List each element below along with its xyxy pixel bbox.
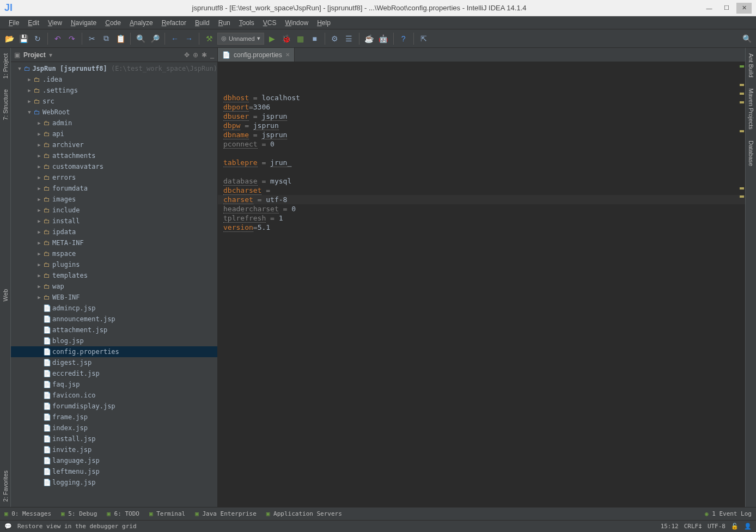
android-icon[interactable]: 🤖 bbox=[377, 33, 389, 45]
tree-file-favicon-ico[interactable]: 📄favicon.ico bbox=[11, 390, 217, 401]
bottom-tab-5-debug[interactable]: ▣ 5: Debug bbox=[61, 510, 97, 517]
menu-help[interactable]: Help bbox=[313, 18, 335, 28]
editor-tab-config[interactable]: 📄 config.properties ✕ bbox=[218, 48, 295, 62]
tree-file-blog-jsp[interactable]: 📄blog.jsp bbox=[11, 335, 217, 346]
tree-file-leftmenu-jsp[interactable]: 📄leftmenu.jsp bbox=[11, 466, 217, 477]
export-icon[interactable]: ⇱ bbox=[418, 33, 430, 45]
debug-icon[interactable]: 🐞 bbox=[281, 33, 292, 45]
tree-item-customavatars[interactable]: ▶🗀customavatars bbox=[11, 161, 217, 172]
close-tab-icon[interactable]: ✕ bbox=[285, 52, 290, 58]
tree-item-forumdata[interactable]: ▶🗀forumdata bbox=[11, 183, 217, 194]
tree-file-eccredit-jsp[interactable]: 📄eccredit.jsp bbox=[11, 368, 217, 379]
code-editor[interactable]: dbhost = localhostdbport=3306dbuser = js… bbox=[218, 62, 745, 507]
undo-icon[interactable]: ↶ bbox=[52, 33, 64, 45]
copy-icon[interactable]: ⧉ bbox=[100, 33, 112, 45]
readonly-icon[interactable]: 🔓 bbox=[731, 523, 739, 530]
menu-build[interactable]: Build bbox=[191, 18, 214, 28]
find-icon[interactable]: 🔍 bbox=[135, 33, 147, 45]
gutter-tab--project[interactable]: 1: Project bbox=[1, 48, 10, 84]
tree-file-invite-jsp[interactable]: 📄invite.jsp bbox=[11, 444, 217, 455]
project-structure-icon[interactable]: ☰ bbox=[343, 33, 355, 45]
tree-item-errors[interactable]: ▶🗀errors bbox=[11, 172, 217, 183]
menu-tools[interactable]: Tools bbox=[235, 18, 259, 28]
event-log[interactable]: ◉ 1 Event Log bbox=[705, 510, 752, 517]
menu-file[interactable]: File bbox=[4, 18, 23, 28]
tree-item-ipdata[interactable]: ▶🗀ipdata bbox=[11, 227, 217, 237]
help-icon[interactable]: ? bbox=[398, 33, 410, 45]
run-icon[interactable]: ▶ bbox=[266, 33, 278, 45]
collapse-icon[interactable]: ✥ bbox=[184, 51, 190, 59]
inspections-icon[interactable]: 👤 bbox=[744, 523, 752, 530]
replace-icon[interactable]: 🔎 bbox=[149, 33, 161, 45]
save-icon[interactable]: 💾 bbox=[17, 33, 29, 45]
menu-code[interactable]: Code bbox=[101, 18, 125, 28]
menu-navigate[interactable]: Navigate bbox=[66, 18, 101, 28]
tree-file-language-jsp[interactable]: 📄language.jsp bbox=[11, 455, 217, 466]
gear-icon[interactable]: ✱ bbox=[202, 51, 207, 59]
tree-file-index-jsp[interactable]: 📄index.jsp bbox=[11, 423, 217, 433]
run-config-dropdown[interactable]: ◎ Unnamed ▾ bbox=[217, 33, 264, 45]
menu-refactor[interactable]: Refactor bbox=[157, 18, 191, 28]
tree-file-frame-jsp[interactable]: 📄frame.jsp bbox=[11, 412, 217, 423]
back-icon[interactable]: ← bbox=[169, 33, 181, 45]
tree-item-mspace[interactable]: ▶🗀mspace bbox=[11, 248, 217, 259]
tree-item-images[interactable]: ▶🗀images bbox=[11, 194, 217, 205]
gutter-tab-web[interactable]: Web bbox=[1, 284, 10, 307]
stop-icon[interactable]: ■ bbox=[309, 33, 321, 45]
tree-item-.idea[interactable]: ▶🗀.idea bbox=[11, 74, 217, 85]
tree-item-WEB-INF[interactable]: ▶🗀WEB-INF bbox=[11, 292, 217, 303]
bottom-tab-terminal[interactable]: ▣ Terminal bbox=[149, 510, 185, 517]
tree-item-api[interactable]: ▶🗀api bbox=[11, 129, 217, 139]
tree-item-install[interactable]: ▶🗀install bbox=[11, 216, 217, 227]
hide-icon[interactable]: ⎯ bbox=[210, 51, 214, 59]
tree-item-webroot[interactable]: ▼🗀WebRoot bbox=[11, 107, 217, 118]
locate-icon[interactable]: ⊕ bbox=[193, 51, 198, 59]
file-encoding[interactable]: UTF-8 bbox=[708, 523, 725, 530]
tree-item-attachments[interactable]: ▶🗀attachments bbox=[11, 150, 217, 161]
menu-run[interactable]: Run bbox=[214, 18, 235, 28]
menu-analyze[interactable]: Analyze bbox=[125, 18, 157, 28]
tree-file-logging-jsp[interactable]: 📄logging.jsp bbox=[11, 477, 217, 488]
redo-icon[interactable]: ↷ bbox=[66, 33, 78, 45]
tree-file-config-properties[interactable]: 📄config.properties bbox=[11, 346, 217, 357]
menu-view[interactable]: View bbox=[44, 18, 66, 28]
open-icon[interactable]: 📂 bbox=[3, 33, 15, 45]
bottom-tab-0-messages[interactable]: ▣ 0: Messages bbox=[4, 510, 51, 517]
build-icon[interactable]: ⚒ bbox=[203, 33, 215, 45]
menu-vcs[interactable]: VCS bbox=[259, 18, 281, 28]
search-everywhere-icon[interactable]: 🔍 bbox=[741, 33, 753, 45]
tree-item-wap[interactable]: ▶🗀wap bbox=[11, 281, 217, 292]
tree-item-.settings[interactable]: ▶🗀.settings bbox=[11, 85, 217, 96]
bottom-tab-6-todo[interactable]: ▣ 6: TODO bbox=[107, 510, 139, 517]
tree-item-META-INF[interactable]: ▶🗀META-INF bbox=[11, 237, 217, 248]
tree-file-faq-jsp[interactable]: 📄faq.jsp bbox=[11, 379, 217, 390]
tree-root[interactable]: ▼🗀JspRun [jsprunutf8] (E:\test_work_spac… bbox=[11, 63, 217, 74]
minimize-button[interactable]: — bbox=[702, 3, 717, 14]
line-separator[interactable]: CRLF‡ bbox=[684, 523, 702, 530]
sdk-icon[interactable]: ☕ bbox=[363, 33, 375, 45]
paste-icon[interactable]: 📋 bbox=[114, 33, 126, 45]
caret-position[interactable]: 15:12 bbox=[661, 523, 679, 530]
bottom-tab-application-servers[interactable]: ▣ Application Servers bbox=[266, 510, 342, 517]
coverage-icon[interactable]: ▦ bbox=[295, 33, 307, 45]
sync-icon[interactable]: ↻ bbox=[32, 33, 44, 45]
tree-file-digest-jsp[interactable]: 📄digest.jsp bbox=[11, 357, 217, 368]
forward-icon[interactable]: → bbox=[183, 33, 195, 45]
gutter-tab--favorites[interactable]: 2: Favorites bbox=[1, 465, 10, 507]
tree-file-attachment-jsp[interactable]: 📄attachment.jsp bbox=[11, 325, 217, 335]
tree-item-admin[interactable]: ▶🗀admin bbox=[11, 118, 217, 129]
tree-file-announcement-jsp[interactable]: 📄announcement.jsp bbox=[11, 314, 217, 325]
settings-icon[interactable]: ⚙ bbox=[329, 33, 341, 45]
project-tree[interactable]: ▼🗀JspRun [jsprunutf8] (E:\test_work_spac… bbox=[11, 62, 217, 507]
menu-window[interactable]: Window bbox=[281, 18, 313, 28]
chevron-down-icon[interactable]: ▾ bbox=[49, 51, 52, 59]
tree-file-forumdisplay-jsp[interactable]: 📄forumdisplay.jsp bbox=[11, 401, 217, 412]
cut-icon[interactable]: ✂ bbox=[86, 33, 98, 45]
tree-file-install-jsp[interactable]: 📄install.jsp bbox=[11, 433, 217, 444]
tree-item-plugins[interactable]: ▶🗀plugins bbox=[11, 259, 217, 270]
menu-edit[interactable]: Edit bbox=[23, 18, 44, 28]
tree-file-admincp-jsp[interactable]: 📄admincp.jsp bbox=[11, 303, 217, 314]
maximize-button[interactable]: ☐ bbox=[719, 3, 734, 14]
close-button[interactable]: ✕ bbox=[736, 3, 752, 14]
tree-item-archiver[interactable]: ▶🗀archiver bbox=[11, 139, 217, 150]
